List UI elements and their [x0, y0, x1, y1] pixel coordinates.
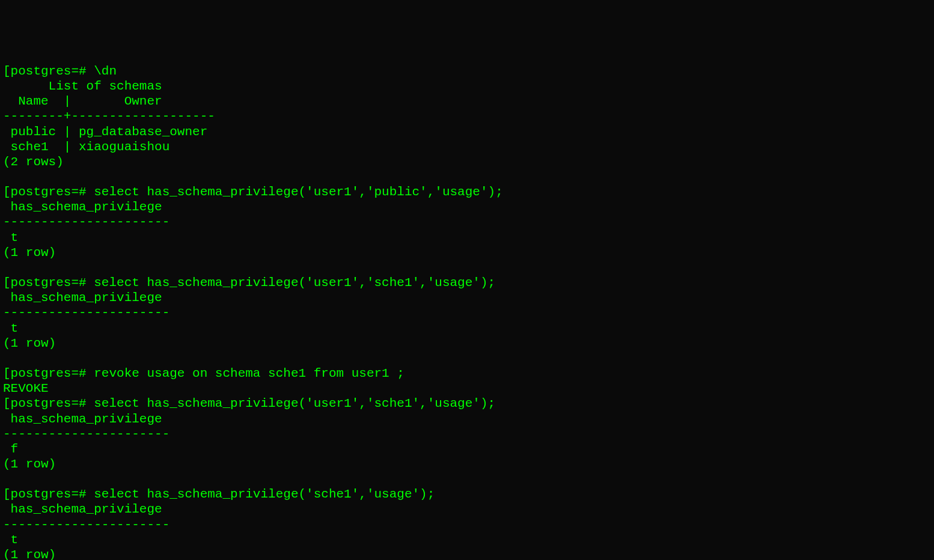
- terminal-line: t: [3, 321, 931, 336]
- terminal-line: [postgres=# select has_schema_privilege(…: [3, 396, 931, 411]
- terminal-line: has_schema_privilege: [3, 412, 931, 427]
- terminal-line: has_schema_privilege: [3, 199, 931, 215]
- terminal-line: [postgres=# \dn: [3, 64, 931, 79]
- terminal-line: t: [3, 230, 931, 245]
- terminal-line: [postgres=# select has_schema_privilege(…: [3, 184, 931, 199]
- terminal-line: ----------------------: [3, 517, 931, 532]
- terminal-line: t: [3, 532, 931, 547]
- terminal-line: (1 row): [3, 336, 931, 351]
- terminal-line: --------+-------------------: [3, 109, 931, 124]
- terminal-output[interactable]: [postgres=# \dn List of schemas Name | O…: [3, 64, 931, 560]
- terminal-line: public | pg_database_owner: [3, 124, 931, 139]
- terminal-line: (2 rows): [3, 154, 931, 169]
- terminal-line: [postgres=# revoke usage on schema sche1…: [3, 366, 931, 381]
- terminal-line: [3, 169, 931, 184]
- terminal-line: [3, 472, 931, 487]
- terminal-line: [postgres=# select has_schema_privilege(…: [3, 275, 931, 290]
- terminal-line: ----------------------: [3, 427, 931, 442]
- terminal-line: (1 row): [3, 245, 931, 260]
- terminal-line: sche1 | xiaoguaishou: [3, 139, 931, 154]
- terminal-line: has_schema_privilege: [3, 290, 931, 305]
- terminal-line: ----------------------: [3, 215, 931, 230]
- terminal-line: ----------------------: [3, 305, 931, 320]
- terminal-line: REVOKE: [3, 381, 931, 396]
- terminal-line: [3, 351, 931, 366]
- terminal-line: (1 row): [3, 457, 931, 472]
- terminal-line: [postgres=# select has_schema_privilege(…: [3, 487, 931, 502]
- terminal-line: has_schema_privilege: [3, 502, 931, 517]
- terminal-line: f: [3, 442, 931, 457]
- terminal-line: List of schemas: [3, 79, 931, 94]
- terminal-line: [3, 260, 931, 275]
- terminal-line: Name | Owner: [3, 94, 931, 109]
- terminal-line: (1 row): [3, 547, 931, 560]
